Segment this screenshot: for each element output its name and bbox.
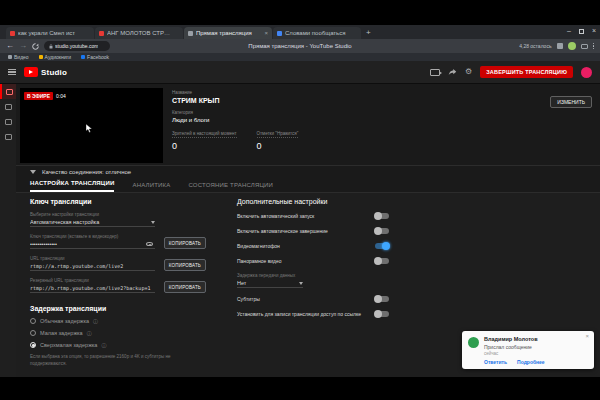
stat-label: Зрителей в настоящий момент <box>172 131 237 138</box>
close-icon[interactable]: × <box>592 26 596 36</box>
notification-title: Владимир Молотов <box>484 336 538 342</box>
preset-select[interactable]: Автоматическая настройка <box>30 217 155 227</box>
address-bar[interactable]: studio.youtube.com <box>44 41 110 51</box>
rail-item[interactable] <box>0 114 16 129</box>
rail-item[interactable] <box>0 99 16 114</box>
bookmark-favicon <box>8 55 12 59</box>
info-icon[interactable]: ⓘ <box>93 318 98 324</box>
info-icon[interactable]: ⓘ <box>87 330 92 336</box>
backup-url-field[interactable]: rtmp://b.rtmp.youtube.com/live2?backup=1 <box>30 283 155 293</box>
minimize-icon[interactable]: – <box>567 26 571 36</box>
extensions-icon[interactable] <box>557 43 563 49</box>
mouse-cursor <box>86 124 93 133</box>
additional-settings-column: Дополнительные настройки Включить автома… <box>237 198 389 318</box>
latency-option[interactable]: Обычная задержка ⓘ <box>30 318 206 324</box>
notification-action[interactable]: Ответить <box>484 359 507 365</box>
browser-tab[interactable]: Прямая трансляция × <box>184 27 272 39</box>
maximize-icon[interactable] <box>579 29 584 34</box>
bottom-toggles: Субтитры Установить для записи трансляци… <box>237 295 389 318</box>
latency-options: Обычная задержка ⓘ Малая задержка ⓘ Свер… <box>30 318 206 348</box>
create-video-icon[interactable] <box>430 69 440 76</box>
tab-favicon <box>188 31 193 36</box>
copy-url-button[interactable]: КОПИРОВАТЬ <box>164 259 206 271</box>
rail-item[interactable] <box>0 129 16 144</box>
notification-action[interactable]: Подробнее <box>517 359 545 365</box>
back-icon[interactable]: ← <box>6 42 14 50</box>
radio-icon[interactable] <box>30 342 36 348</box>
tab-label: как украли Смел ист <box>18 30 83 36</box>
section-tab[interactable]: НАСТРОЙКА ТРАНСЛЯЦИИ <box>30 180 114 192</box>
new-tab-button[interactable]: + <box>366 27 371 39</box>
browser-profile-avatar[interactable] <box>568 42 576 50</box>
rail-icon <box>5 134 12 140</box>
stream-category[interactable]: Люди и блоги <box>172 117 298 123</box>
copy-backup-button[interactable]: КОПИРОВАТЬ <box>164 281 206 293</box>
menu-icon[interactable] <box>8 69 16 76</box>
latency-option[interactable]: Сверхмалая задержка ⓘ <box>30 342 206 348</box>
radio-icon[interactable] <box>30 318 36 324</box>
stream-key-group: Ключ трансляции (вставьте в видеокодер) … <box>30 234 206 249</box>
cast-icon[interactable] <box>581 44 588 49</box>
share-icon[interactable] <box>448 68 457 76</box>
bookmark-item[interactable]: Facebook <box>81 54 109 60</box>
notification-actions: ОтветитьПодробнее <box>484 359 588 365</box>
section-tab[interactable]: СОСТОЯНИЕ ТРАНСЛЯЦИИ <box>188 182 273 192</box>
browser-tab[interactable]: Словами пообщаться × <box>273 27 361 39</box>
additional-section-title: Дополнительные настройки <box>237 198 389 205</box>
reveal-key-eye-icon[interactable] <box>146 242 153 247</box>
stream-category-label: Категория <box>172 110 298 115</box>
studio-avatar[interactable] <box>581 67 592 78</box>
stream-key-field[interactable]: •••••••••••••• <box>30 239 155 249</box>
browser-tabstrip: как украли Смел ист × АНГ МОЛОТОВ СТРИМ … <box>0 25 600 39</box>
tab-close-icon[interactable]: × <box>264 30 268 36</box>
stream-stats: Зрителей в настоящий момент 0 Отметки "Н… <box>172 131 298 151</box>
browser-toolbar: ← → studio.youtube.com Прямая трансляция… <box>0 39 600 53</box>
connection-quality-row[interactable]: Качество соединения: отличное <box>16 165 600 178</box>
stream-preset-group: Выберите настройки трансляции Автоматиче… <box>30 212 206 227</box>
tab-label: Прямая трансляция <box>196 30 261 36</box>
toggle-switch[interactable] <box>375 311 389 317</box>
section-tabs: НАСТРОЙКА ТРАНСЛЯЦИИАНАЛИТИКАСОСТОЯНИЕ Т… <box>16 178 600 193</box>
setting-label: Панорамное видео <box>237 258 375 264</box>
refresh-icon[interactable] <box>32 43 39 50</box>
info-icon[interactable]: ⓘ <box>101 342 106 348</box>
toggle-switch[interactable] <box>375 243 389 249</box>
copy-key-button[interactable]: КОПИРОВАТЬ <box>164 237 206 249</box>
browser-tab[interactable]: как украли Смел ист × <box>6 27 94 39</box>
lock-icon <box>49 44 53 49</box>
edit-stream-button[interactable]: ИЗМЕНИТЬ <box>550 96 592 108</box>
end-stream-button[interactable]: ЗАВЕРШИТЬ ТРАНСЛЯЦИЮ <box>480 66 573 78</box>
studio-logo[interactable]: Studio <box>24 67 67 77</box>
toggle-switch[interactable] <box>375 228 389 234</box>
studio-left-rail <box>0 84 16 377</box>
latency-option[interactable]: Малая задержка ⓘ <box>30 330 206 336</box>
notification-toast[interactable]: × Владимир Молотов Прислал сообщение сей… <box>462 331 594 369</box>
stream-url-value: rtmp://a.rtmp.youtube.com/live2 <box>30 263 155 269</box>
settings-gear-icon[interactable]: ⚙ <box>465 67 472 77</box>
bookmark-label: Видео <box>14 54 29 60</box>
notification-time: сейчас <box>484 351 538 356</box>
stream-key-column: Ключ трансляции Выберите настройки транс… <box>30 198 206 368</box>
radio-label: Обычная задержка <box>40 318 89 324</box>
window-controls: – × <box>567 26 596 36</box>
stream-url-field[interactable]: rtmp://a.rtmp.youtube.com/live2 <box>30 261 155 271</box>
toast-close-icon[interactable]: × <box>585 333 589 339</box>
stream-stat: Зрителей в настоящий момент 0 <box>172 131 237 151</box>
toggle-switch[interactable] <box>375 213 389 219</box>
browser-menu-icon[interactable] <box>593 43 595 50</box>
download-status[interactable]: 4,28 осталось <box>519 43 551 49</box>
setting-label: Включить автоматическое завершение <box>237 228 375 234</box>
forward-icon[interactable]: → <box>19 42 27 50</box>
rail-item[interactable] <box>0 84 16 99</box>
bookmark-item[interactable]: Видео <box>8 54 29 60</box>
browser-tab[interactable]: АНГ МОЛОТОВ СТРИМ × <box>95 27 183 39</box>
radio-icon[interactable] <box>30 330 36 336</box>
toggle-switch[interactable] <box>375 296 389 302</box>
toggle-switch[interactable] <box>375 258 389 264</box>
bookmark-item[interactable]: Аудиокниги <box>39 54 71 60</box>
setting-label: Субтитры <box>237 296 375 302</box>
stream-timer: 0:04 <box>56 93 66 99</box>
delay-select[interactable]: Нет <box>237 278 303 288</box>
stream-title: СТРИМ КРЫП <box>172 97 298 104</box>
section-tab[interactable]: АНАЛИТИКА <box>132 182 170 192</box>
